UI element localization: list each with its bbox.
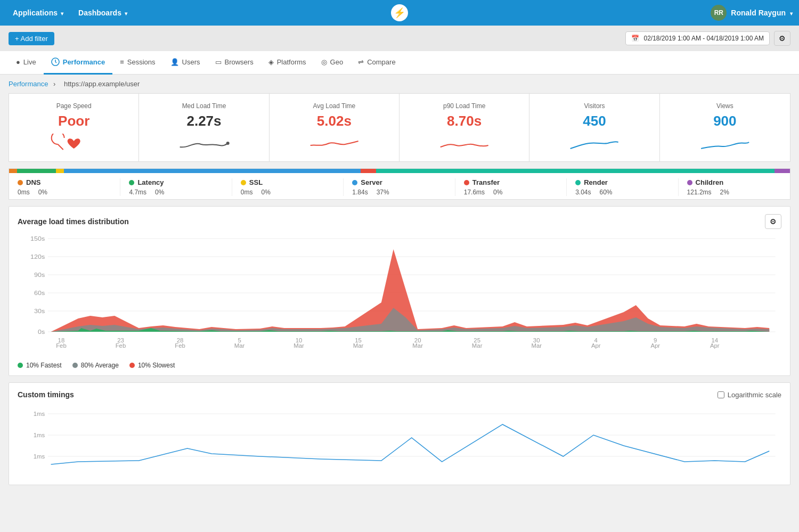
stat-avg-load: Avg Load Time 5.02s bbox=[270, 94, 399, 161]
svg-point-0 bbox=[226, 142, 230, 145]
segment-labels: DNS 0ms 0% Latency 4.7ms 0% bbox=[9, 173, 790, 199]
tab-sessions[interactable]: ≡ Sessions bbox=[112, 51, 162, 75]
stat-visitors: Visitors 450 bbox=[529, 94, 659, 161]
svg-text:Feb: Feb bbox=[175, 343, 185, 349]
slowest-dot bbox=[129, 363, 135, 368]
tab-geo[interactable]: ◎ Geo bbox=[314, 51, 351, 75]
stat-label-1: Med Load Time bbox=[145, 102, 262, 110]
custom-timings-svg: 1ms 1ms 1ms bbox=[18, 403, 781, 478]
slowest-label: 10% Slowest bbox=[138, 362, 175, 369]
segment-bar-server bbox=[64, 169, 361, 173]
tab-browsers[interactable]: ▭ Browsers bbox=[208, 51, 261, 75]
performance-icon bbox=[51, 58, 60, 66]
stat-label-5: Views bbox=[666, 102, 784, 110]
tab-live[interactable]: ● Live bbox=[9, 51, 44, 75]
segment-bar-transfer bbox=[361, 169, 376, 173]
log-scale-label[interactable]: Logarithmic scale bbox=[718, 391, 781, 399]
transfer-percent: 0% bbox=[493, 189, 502, 196]
user-label: Ronald Raygun bbox=[731, 9, 786, 17]
children-percent: 2% bbox=[720, 189, 729, 196]
calendar-icon: 📅 bbox=[631, 35, 639, 42]
segment-ssl: SSL 0ms 0% bbox=[232, 178, 344, 196]
stat-chart-2 bbox=[276, 134, 393, 155]
server-percent: 37% bbox=[377, 189, 389, 196]
svg-text:120s: 120s bbox=[30, 253, 45, 260]
add-filter-button[interactable]: + Add filter bbox=[9, 32, 54, 45]
render-value: 3.04s bbox=[575, 189, 591, 196]
segment-dns: DNS 0ms 0% bbox=[9, 178, 120, 196]
segment-bar-latency bbox=[17, 169, 56, 173]
date-range-picker[interactable]: 📅 02/18/2019 1:00 AM - 04/18/2019 1:00 A… bbox=[625, 31, 770, 45]
compare-icon: ⇌ bbox=[358, 58, 364, 66]
avg-load-settings[interactable]: ⚙ bbox=[765, 214, 781, 229]
stat-label-0: Page Speed bbox=[15, 102, 132, 110]
segment-bar-dns bbox=[9, 169, 17, 173]
user-menu[interactable]: RR Ronald Raygun bbox=[711, 5, 793, 21]
avg-load-chart-body: 150s 120s 90s 60s 30s 0s 18 Feb 23 bbox=[9, 233, 790, 357]
children-label: Children bbox=[696, 178, 724, 186]
stat-chart-5 bbox=[666, 134, 784, 155]
ssl-value: 0ms bbox=[241, 189, 253, 196]
avg-load-svg: 150s 120s 90s 60s 30s 0s 18 Feb 23 bbox=[18, 233, 781, 350]
applications-label: Applications bbox=[13, 9, 58, 17]
tab-bar: ● Live Performance ≡ Sessions 👤 Users ▭ … bbox=[0, 51, 799, 75]
stat-med-load: Med Load Time 2.27s bbox=[139, 94, 269, 161]
log-scale-checkbox[interactable] bbox=[718, 391, 724, 398]
transfer-dot bbox=[464, 180, 469, 185]
latency-percent: 0% bbox=[155, 189, 164, 196]
top-nav: Applications Dashboards ⚡ RR Ronald Rayg… bbox=[0, 0, 799, 26]
platforms-icon: ◈ bbox=[268, 58, 274, 66]
svg-text:0s: 0s bbox=[38, 329, 45, 335]
svg-text:30s: 30s bbox=[34, 308, 45, 314]
avg-load-chart-header: Average load times distribution ⚙ bbox=[9, 207, 790, 233]
dns-label: DNS bbox=[26, 178, 40, 186]
applications-menu[interactable]: Applications bbox=[6, 4, 70, 21]
tab-platforms[interactable]: ◈ Platforms bbox=[261, 51, 314, 75]
dns-value: 0ms bbox=[18, 189, 30, 196]
stat-chart-3 bbox=[406, 134, 523, 155]
segment-bar-render bbox=[376, 169, 774, 173]
dns-percent: 0% bbox=[38, 189, 47, 196]
segment-children: Children 121.2ms 2% bbox=[679, 178, 790, 196]
date-range-value: 02/18/2019 1:00 AM - 04/18/2019 1:00 AM bbox=[643, 35, 764, 42]
dashboards-label: Dashboards bbox=[78, 9, 121, 17]
svg-text:1ms: 1ms bbox=[34, 432, 45, 438]
breadcrumb-parent[interactable]: Performance bbox=[9, 80, 48, 88]
segment-bar-children bbox=[774, 169, 790, 173]
tab-users[interactable]: 👤 Users bbox=[163, 51, 208, 75]
stat-label-4: Visitors bbox=[536, 102, 653, 110]
segment-server: Server 1.84s 37% bbox=[344, 178, 455, 196]
segment-render: Render 3.04s 60% bbox=[567, 178, 678, 196]
custom-timings-title: Custom timings bbox=[18, 390, 74, 399]
legend-fastest: 10% Fastest bbox=[18, 362, 62, 369]
applications-chevron bbox=[61, 9, 63, 17]
legend-slowest: 10% Slowest bbox=[129, 362, 175, 369]
tab-compare[interactable]: ⇌ Compare bbox=[350, 51, 403, 75]
render-dot bbox=[575, 180, 581, 185]
svg-text:Apr: Apr bbox=[591, 343, 601, 349]
stat-value-4: 450 bbox=[536, 113, 653, 129]
server-value: 1.84s bbox=[352, 189, 368, 196]
server-label: Server bbox=[361, 178, 382, 186]
settings-button[interactable]: ⚙ bbox=[774, 31, 790, 46]
stat-value-5: 900 bbox=[666, 113, 784, 129]
log-scale-text: Logarithmic scale bbox=[728, 391, 781, 399]
svg-text:Mar: Mar bbox=[234, 343, 245, 349]
dashboards-chevron bbox=[125, 9, 127, 17]
gear-icon: ⚙ bbox=[779, 34, 786, 43]
latency-value: 4.7ms bbox=[129, 189, 146, 196]
stat-label-2: Avg Load Time bbox=[276, 102, 393, 110]
bolt-icon: ⚡ bbox=[391, 4, 408, 21]
segment-latency: Latency 4.7ms 0% bbox=[120, 178, 232, 196]
dashboards-menu[interactable]: Dashboards bbox=[72, 4, 134, 21]
add-filter-label: + Add filter bbox=[15, 35, 48, 43]
sessions-icon: ≡ bbox=[120, 58, 124, 66]
filter-bar: + Add filter 📅 02/18/2019 1:00 AM - 04/1… bbox=[0, 26, 799, 51]
custom-timings-body: 1ms 1ms 1ms bbox=[9, 403, 790, 485]
stat-p90-load: p90 Load Time 8.70s bbox=[399, 94, 529, 161]
nav-left: Applications Dashboards bbox=[6, 4, 134, 21]
ssl-dot bbox=[241, 180, 246, 185]
svg-text:Feb: Feb bbox=[56, 343, 67, 349]
tab-performance[interactable]: Performance bbox=[44, 51, 112, 75]
stat-value-3: 8.70s bbox=[406, 113, 523, 129]
